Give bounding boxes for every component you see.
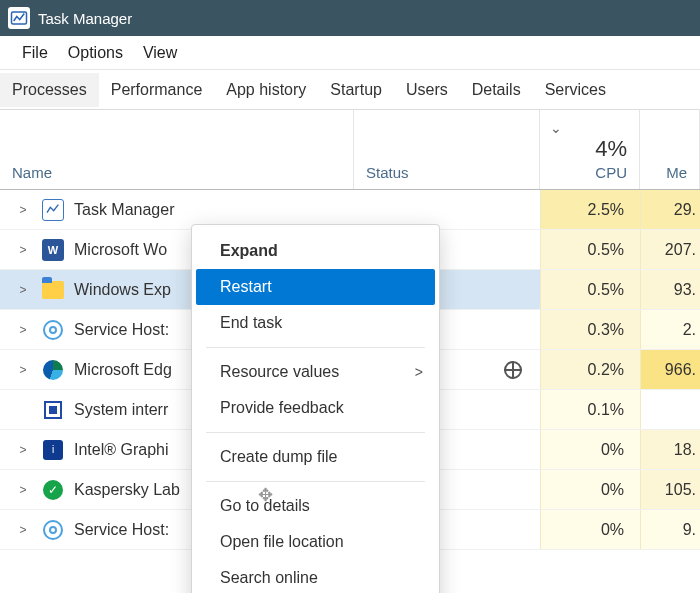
- process-name: Windows Exp: [74, 281, 171, 299]
- chevron-down-icon: ⌄: [550, 120, 562, 136]
- ctx-expand[interactable]: Expand: [192, 233, 439, 269]
- ctx-separator: [206, 481, 425, 482]
- kaspersky-icon: ✓: [42, 479, 64, 501]
- rect-icon: [42, 399, 64, 421]
- ctx-create-dump[interactable]: Create dump file: [192, 439, 439, 475]
- ctx-go-details[interactable]: Go to details: [192, 488, 439, 524]
- memory-column-label: Me: [666, 164, 687, 181]
- menubar: File Options View: [0, 36, 700, 70]
- expander-icon[interactable]: >: [16, 243, 30, 257]
- expander-icon[interactable]: >: [16, 443, 30, 457]
- tab-startup[interactable]: Startup: [318, 73, 394, 107]
- mem-cell: 2.: [640, 310, 700, 349]
- ctx-resource-values[interactable]: Resource values >: [192, 354, 439, 390]
- menu-options[interactable]: Options: [58, 40, 133, 66]
- mem-cell: 105.: [640, 470, 700, 509]
- mem-cell: 93.: [640, 270, 700, 309]
- tab-services[interactable]: Services: [533, 73, 618, 107]
- tab-app-history[interactable]: App history: [214, 73, 318, 107]
- mem-cell: 29.: [640, 190, 700, 229]
- word-icon: W: [42, 239, 64, 261]
- expander-icon[interactable]: >: [16, 363, 30, 377]
- task-manager-app-icon: [8, 7, 30, 29]
- cpu-cell: 0.5%: [540, 270, 640, 309]
- column-header-memory[interactable]: Me: [640, 110, 700, 189]
- process-name: Intel® Graphi: [74, 441, 169, 459]
- column-header-name[interactable]: Name: [0, 110, 354, 189]
- tab-details[interactable]: Details: [460, 73, 533, 107]
- column-header-status[interactable]: Status: [354, 110, 540, 189]
- process-name: System interr: [74, 401, 168, 419]
- menu-file[interactable]: File: [12, 40, 58, 66]
- cpu-total-percent: 4%: [595, 136, 627, 162]
- tab-bar: Processes Performance App history Startu…: [0, 70, 700, 110]
- process-name: Kaspersky Lab: [74, 481, 180, 499]
- suspended-icon: [504, 361, 522, 379]
- ctx-separator: [206, 347, 425, 348]
- expander-icon[interactable]: >: [16, 283, 30, 297]
- folder-icon: [42, 279, 64, 301]
- ctx-provide-feedback[interactable]: Provide feedback: [192, 390, 439, 426]
- process-name: Service Host:: [74, 321, 169, 339]
- mem-cell: 207.: [640, 230, 700, 269]
- column-header-row: Name Status ⌄ 4% CPU Me: [0, 110, 700, 190]
- titlebar: Task Manager: [0, 0, 700, 36]
- mem-cell: 18.: [640, 430, 700, 469]
- expander-icon[interactable]: >: [16, 523, 30, 537]
- ctx-restart[interactable]: Restart: [196, 269, 435, 305]
- context-menu: Expand Restart End task Resource values …: [191, 224, 440, 593]
- expander-icon[interactable]: >: [16, 203, 30, 217]
- cpu-column-label: CPU: [595, 164, 627, 181]
- mem-cell: 966.: [640, 350, 700, 389]
- menu-view[interactable]: View: [133, 40, 187, 66]
- cpu-cell: 0.3%: [540, 310, 640, 349]
- cpu-cell: 0.5%: [540, 230, 640, 269]
- mem-cell: 9.: [640, 510, 700, 549]
- cpu-cell: 2.5%: [540, 190, 640, 229]
- expander-icon[interactable]: >: [16, 323, 30, 337]
- tab-processes[interactable]: Processes: [0, 73, 99, 107]
- process-name: Microsoft Edg: [74, 361, 172, 379]
- task-manager-icon: [42, 199, 64, 221]
- gear-icon: [42, 319, 64, 341]
- process-name: Task Manager: [74, 201, 175, 219]
- process-name: Service Host:: [74, 521, 169, 539]
- intel-icon: i: [42, 439, 64, 461]
- chevron-right-icon: >: [415, 364, 423, 380]
- ctx-separator: [206, 432, 425, 433]
- ctx-label: Resource values: [220, 363, 339, 380]
- mem-cell: [640, 390, 700, 429]
- column-header-cpu[interactable]: ⌄ 4% CPU: [540, 110, 640, 189]
- ctx-search-online[interactable]: Search online: [192, 560, 439, 593]
- tab-users[interactable]: Users: [394, 73, 460, 107]
- expander-icon[interactable]: >: [16, 483, 30, 497]
- cpu-cell: 0%: [540, 510, 640, 549]
- window-title: Task Manager: [38, 10, 132, 27]
- cpu-cell: 0.2%: [540, 350, 640, 389]
- cpu-cell: 0.1%: [540, 390, 640, 429]
- edge-icon: [42, 359, 64, 381]
- ctx-end-task[interactable]: End task: [192, 305, 439, 341]
- cpu-cell: 0%: [540, 430, 640, 469]
- gear-icon: [42, 519, 64, 541]
- ctx-open-location[interactable]: Open file location: [192, 524, 439, 560]
- process-name: Microsoft Wo: [74, 241, 167, 259]
- tab-performance[interactable]: Performance: [99, 73, 215, 107]
- cpu-cell: 0%: [540, 470, 640, 509]
